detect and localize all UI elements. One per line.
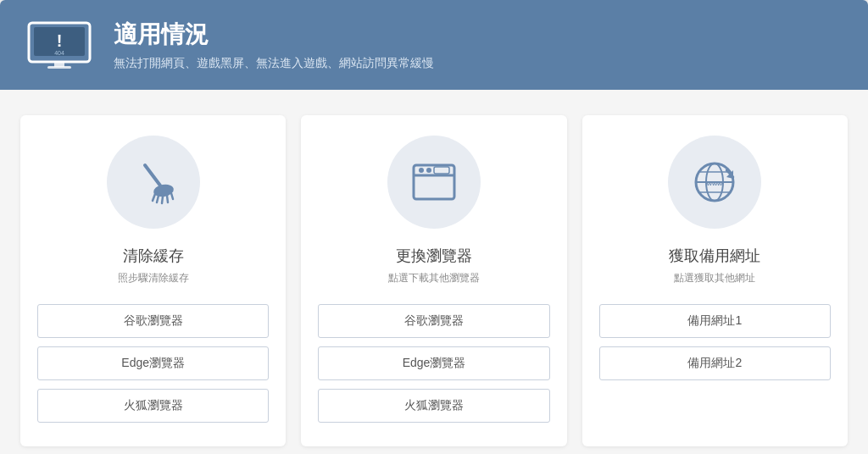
card-change-browser-subtitle: 點選下載其他瀏覽器 <box>388 271 480 285</box>
card-clear-cache: 清除緩存 照步驟清除緩存 谷歌瀏覽器 Edge瀏覽器 火狐瀏覽器 <box>20 115 286 446</box>
card-change-browser: 更換瀏覽器 點選下載其他瀏覽器 谷歌瀏覽器 Edge瀏覽器 火狐瀏覽器 <box>301 115 566 446</box>
card-clear-cache-icon-circle <box>107 136 200 229</box>
cards-section: 清除緩存 照步驟清除緩存 谷歌瀏覽器 Edge瀏覽器 火狐瀏覽器 <box>0 90 868 454</box>
header-text: 適用情況 無法打開網頁、遊戲黑屏、無法進入遊戲、網站訪問異常緩慢 <box>114 19 434 71</box>
clear-cache-google-btn[interactable]: 谷歌瀏覽器 <box>37 304 269 338</box>
svg-text:404: 404 <box>54 50 64 56</box>
browser-icon <box>407 155 461 209</box>
globe-icon: www <box>687 155 742 209</box>
change-browser-firefox-btn[interactable]: 火狐瀏覽器 <box>318 389 549 423</box>
header-section: ! 404 適用情況 無法打開網頁、遊戲黑屏、無法進入遊戲、網站訪問異常緩慢 <box>0 0 868 90</box>
main-container: ! 404 適用情況 無法打開網頁、遊戲黑屏、無法進入遊戲、網站訪問異常緩慢 <box>0 0 868 454</box>
header-title: 適用情況 <box>114 19 434 51</box>
svg-point-16 <box>426 168 431 173</box>
svg-line-8 <box>153 194 155 201</box>
card-backup-url-title: 獲取備用網址 <box>669 246 760 266</box>
change-browser-edge-btn[interactable]: Edge瀏覽器 <box>318 346 549 380</box>
svg-line-12 <box>171 193 173 199</box>
header-subtitle: 無法打開網頁、遊戲黑屏、無法進入遊戲、網站訪問異常緩慢 <box>114 56 434 71</box>
svg-rect-3 <box>47 66 71 69</box>
svg-point-15 <box>419 168 424 173</box>
card-clear-cache-title: 清除緩存 <box>123 246 184 266</box>
card-change-browser-icon-circle <box>387 136 481 229</box>
change-browser-google-btn[interactable]: 谷歌瀏覽器 <box>318 304 549 338</box>
header-icon: ! 404 <box>25 19 93 70</box>
card-change-browser-buttons: 谷歌瀏覽器 Edge瀏覽器 火狐瀏覽器 <box>318 304 549 423</box>
card-backup-url: www 獲取備用網址 點選獲取其他網址 備用網址1 備用網址2 <box>582 115 848 446</box>
svg-rect-17 <box>434 167 449 174</box>
clear-cache-firefox-btn[interactable]: 火狐瀏覽器 <box>37 389 269 423</box>
card-clear-cache-buttons: 谷歌瀏覽器 Edge瀏覽器 火狐瀏覽器 <box>37 304 269 423</box>
svg-line-9 <box>157 196 159 202</box>
backup-url-1-btn[interactable]: 備用網址1 <box>599 304 831 338</box>
svg-line-10 <box>162 197 163 203</box>
card-backup-url-icon-circle: www <box>668 136 761 229</box>
card-backup-url-subtitle: 點選獲取其他網址 <box>674 271 755 285</box>
backup-url-2-btn[interactable]: 備用網址2 <box>599 346 831 380</box>
card-change-browser-title: 更換瀏覽器 <box>396 246 472 266</box>
svg-line-6 <box>145 165 160 185</box>
broom-icon <box>126 155 181 209</box>
card-clear-cache-subtitle: 照步驟清除緩存 <box>118 271 189 285</box>
svg-text:www: www <box>706 180 723 187</box>
svg-line-11 <box>167 196 168 202</box>
svg-text:!: ! <box>57 31 63 50</box>
card-backup-url-buttons: 備用網址1 備用網址2 <box>599 304 831 380</box>
clear-cache-edge-btn[interactable]: Edge瀏覽器 <box>37 346 269 380</box>
